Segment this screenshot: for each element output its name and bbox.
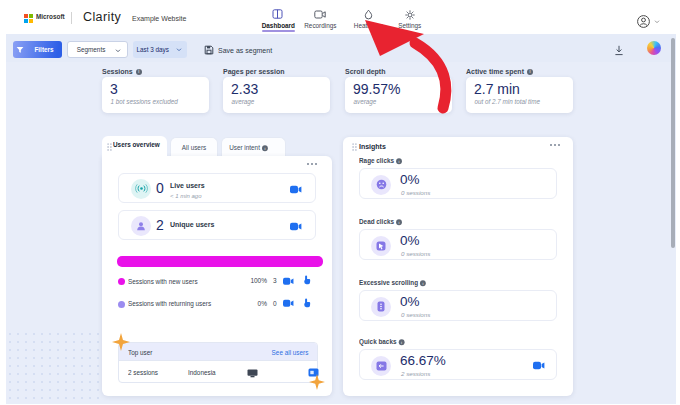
legend-returning-pct: 0% (229, 300, 267, 307)
download-icon[interactable] (614, 45, 624, 56)
recordings-label: Recordings (304, 22, 336, 29)
top-user-sessions: 2 sessions (128, 369, 158, 376)
account-icon[interactable] (637, 15, 650, 28)
metric-card-scroll: 99.57% average (345, 77, 452, 113)
legend-new-label: Sessions with new users (128, 278, 198, 285)
live-users-ago: < 1 min ago (170, 193, 202, 199)
legend-dot-returning (118, 301, 125, 308)
quick-backs-value: 66.67% (400, 353, 446, 368)
rage-clicks-label: Rage clicks (359, 157, 402, 164)
legend-new-pct: 100% (229, 277, 267, 284)
tab-users-overview[interactable]: Users overview (102, 136, 167, 157)
dead-clicks-sessions: 0 sessions (401, 250, 430, 257)
heatmaps-label: Heatmaps (353, 22, 382, 29)
unique-users-label: Unique users (170, 221, 214, 228)
quick-backs-box: 66.67% 2 sessions (359, 349, 557, 380)
sessions-subtext: 1 bot sessions excluded (111, 98, 178, 105)
live-users-count: 0 (156, 180, 164, 196)
excessive-scrolling-box: 0% 0 sessions (359, 290, 557, 321)
drag-grip-icon (107, 143, 112, 151)
excessive-scrolling-label: Excessive scrolling (359, 279, 426, 286)
nav-divider (71, 12, 72, 24)
camera-icon[interactable] (290, 185, 302, 194)
tab-settings[interactable]: Settings (380, 19, 440, 33)
rage-clicks-value: 0% (400, 172, 420, 187)
quick-backs-sessions: 2 sessions (401, 370, 430, 377)
save-as-segment-button[interactable]: Save as segment (218, 47, 272, 54)
active-time-value: 2.7 min (474, 81, 520, 97)
legend-new-count: 3 (273, 277, 277, 284)
chevron-down-icon (115, 49, 121, 53)
brand-microsoft: Microsoft (36, 13, 65, 20)
excessive-scrolling-sessions: 0 sessions (401, 311, 430, 318)
copilot-icon[interactable] (647, 41, 661, 55)
filters-label: Filters (34, 46, 53, 53)
brand-clarity[interactable]: Clarity (83, 10, 121, 24)
save-icon[interactable] (204, 45, 214, 55)
background-dots-decoration (6, 330, 100, 404)
metric-label-sessions: Sessions (102, 68, 142, 75)
drag-grip-icon (352, 143, 357, 151)
camera-icon[interactable] (533, 361, 545, 370)
top-user-section: Top user See all users 2 sessions Indone… (118, 342, 318, 383)
users-overview-card: 0 Live users < 1 min ago 2 Unique users … (102, 156, 332, 396)
insights-title: Insights (359, 143, 386, 150)
camera-icon[interactable] (283, 299, 294, 308)
account-chevron-icon[interactable] (654, 20, 660, 24)
info-icon[interactable] (527, 69, 533, 75)
clarity-dashboard: Microsoft Clarity Example Website Dashbo… (0, 0, 680, 405)
info-icon[interactable] (420, 280, 426, 286)
camera-icon[interactable] (283, 277, 294, 286)
date-range-dropdown[interactable]: Last 3 days (133, 41, 187, 58)
filter-icon (16, 46, 24, 54)
dead-clicks-box: 0% 0 sessions (359, 229, 557, 260)
dead-clicks-label: Dead clicks (359, 218, 402, 225)
metric-card-active-time: 2.7 min out of 2.7 min total time (466, 77, 573, 113)
info-icon[interactable] (263, 145, 269, 151)
tab-user-intent[interactable]: User intent (221, 137, 286, 157)
filters-button[interactable]: Filters (13, 41, 62, 58)
rage-clicks-sessions: 0 sessions (401, 189, 430, 196)
live-users-label: Live users (170, 182, 205, 189)
live-users-avatar (131, 179, 151, 199)
live-users-row: 0 Live users < 1 min ago (118, 173, 316, 203)
scrollbar-thumb[interactable] (671, 38, 675, 248)
metric-card-sessions: 3 1 bot sessions excluded (102, 77, 209, 113)
segments-dropdown[interactable]: Segments (67, 41, 128, 58)
users-overview-label: Users overview (113, 141, 160, 148)
dashboard-icon (272, 9, 283, 19)
pointer-hand-icon[interactable] (302, 275, 311, 285)
unique-users-avatar (131, 216, 151, 236)
legend-returning-label: Sessions with returning users (128, 300, 211, 307)
camera-icon[interactable] (290, 222, 302, 231)
pages-subtext: average (232, 98, 255, 105)
legend-returning-count: 0 (273, 300, 277, 307)
chevron-down-icon (176, 48, 182, 52)
info-icon[interactable] (396, 219, 402, 225)
see-all-users-link[interactable]: See all users (271, 349, 308, 356)
dead-clicks-value: 0% (400, 233, 420, 248)
info-icon[interactable] (396, 158, 402, 164)
info-icon[interactable] (136, 69, 142, 75)
metric-label-pages: Pages per session (223, 68, 284, 75)
active-time-subtext: out of 2.7 min total time (475, 98, 540, 105)
microsoft-logo-icon (24, 14, 34, 24)
tab-all-users[interactable]: All users (170, 137, 218, 157)
info-icon[interactable] (399, 339, 405, 345)
recordings-icon (314, 10, 326, 19)
more-menu-icon[interactable] (550, 144, 562, 147)
quick-backs-icon (371, 356, 391, 376)
rage-clicks-box: 0% 0 sessions (359, 168, 557, 199)
new-users-progress-bar (117, 256, 323, 267)
scroll-subtext: average (354, 98, 377, 105)
more-menu-icon[interactable] (307, 163, 319, 166)
metric-label-scroll: Scroll depth (345, 68, 385, 75)
unique-users-row: 2 Unique users (118, 210, 316, 240)
excessive-scrolling-icon (371, 297, 391, 317)
monitor-icon (247, 369, 258, 378)
date-range-label: Last 3 days (137, 46, 170, 53)
pointer-hand-icon[interactable] (302, 298, 311, 308)
dead-clicks-icon (371, 236, 391, 256)
project-name[interactable]: Example Website (132, 15, 186, 22)
live-icon (135, 184, 148, 193)
